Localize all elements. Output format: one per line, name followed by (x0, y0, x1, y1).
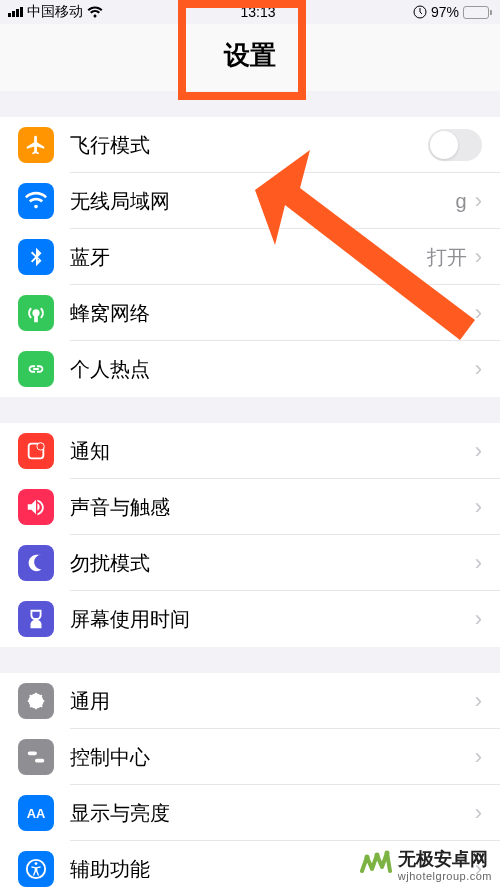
cellular-icon (18, 295, 54, 331)
row-wifi[interactable]: 无线局域网 g › (0, 173, 500, 229)
row-value: g (456, 190, 467, 213)
row-label: 显示与亮度 (70, 800, 475, 827)
row-label: 个人热点 (70, 356, 475, 383)
chevron-right-icon: › (475, 438, 482, 464)
svg-point-9 (384, 851, 389, 856)
row-sounds[interactable]: 声音与触感 › (0, 479, 500, 535)
row-label: 蓝牙 (70, 244, 427, 271)
chevron-right-icon: › (475, 244, 482, 270)
row-value: 打开 (427, 244, 467, 271)
status-time: 13:13 (240, 4, 275, 20)
row-label: 勿扰模式 (70, 550, 475, 577)
chevron-right-icon: › (475, 688, 482, 714)
chevron-right-icon: › (475, 356, 482, 382)
chevron-right-icon: › (475, 800, 482, 826)
row-general[interactable]: 通用 › (0, 673, 500, 729)
row-airplane-mode[interactable]: 飞行模式 (0, 117, 500, 173)
row-label: 声音与触感 (70, 494, 475, 521)
chevron-right-icon: › (475, 550, 482, 576)
carrier-label: 中国移动 (27, 3, 83, 21)
chevron-right-icon: › (475, 744, 482, 770)
chevron-right-icon: › (475, 494, 482, 520)
airplane-toggle[interactable] (428, 129, 482, 161)
row-label: 飞行模式 (70, 132, 428, 159)
row-control-center[interactable]: 控制中心 › (0, 729, 500, 785)
svg-text:AA: AA (27, 806, 46, 821)
row-label: 蜂窝网络 (70, 300, 475, 327)
dnd-icon (18, 545, 54, 581)
row-label: 通用 (70, 688, 475, 715)
bluetooth-icon (18, 239, 54, 275)
accessibility-icon (18, 851, 54, 887)
svg-point-8 (374, 853, 379, 858)
airplane-icon (18, 127, 54, 163)
row-bluetooth[interactable]: 蓝牙 打开 › (0, 229, 500, 285)
svg-point-5 (35, 862, 38, 865)
notifications-icon (18, 433, 54, 469)
general-icon (18, 683, 54, 719)
status-right: 97% (413, 4, 492, 20)
settings-group-connectivity: 飞行模式 无线局域网 g › 蓝牙 打开 › 蜂窝网络 › 个人热点 › (0, 117, 500, 397)
wifi-icon (18, 183, 54, 219)
battery-pct: 97% (431, 4, 459, 20)
chevron-right-icon: › (475, 188, 482, 214)
screentime-icon (18, 601, 54, 637)
control-center-icon (18, 739, 54, 775)
row-hotspot[interactable]: 个人热点 › (0, 341, 500, 397)
rotation-lock-icon (413, 5, 427, 19)
row-label: 控制中心 (70, 744, 475, 771)
battery-icon (463, 6, 492, 19)
watermark: 无极安卓网 wjhotelgroup.com (358, 849, 492, 883)
row-cellular[interactable]: 蜂窝网络 › (0, 285, 500, 341)
display-icon: AA (18, 795, 54, 831)
chevron-right-icon: › (475, 606, 482, 632)
signal-icon (8, 7, 23, 17)
row-display[interactable]: AA 显示与亮度 › (0, 785, 500, 841)
chevron-right-icon: › (475, 300, 482, 326)
watermark-sub: wjhotelgroup.com (398, 870, 492, 882)
row-label: 无线局域网 (70, 188, 456, 215)
watermark-main: 无极安卓网 (398, 850, 492, 870)
page-title: 设置 (0, 38, 500, 73)
row-label: 通知 (70, 438, 475, 465)
svg-point-7 (364, 855, 369, 860)
watermark-logo-icon (358, 849, 392, 883)
row-label: 屏幕使用时间 (70, 606, 475, 633)
row-screentime[interactable]: 屏幕使用时间 › (0, 591, 500, 647)
status-bar: 中国移动 13:13 97% (0, 0, 500, 24)
sounds-icon (18, 489, 54, 525)
settings-group-notifications: 通知 › 声音与触感 › 勿扰模式 › 屏幕使用时间 › (0, 423, 500, 647)
status-left: 中国移动 (8, 3, 103, 21)
row-notifications[interactable]: 通知 › (0, 423, 500, 479)
row-dnd[interactable]: 勿扰模式 › (0, 535, 500, 591)
svg-point-2 (37, 443, 44, 450)
header: 设置 (0, 24, 500, 91)
hotspot-icon (18, 351, 54, 387)
wifi-icon (87, 6, 103, 18)
